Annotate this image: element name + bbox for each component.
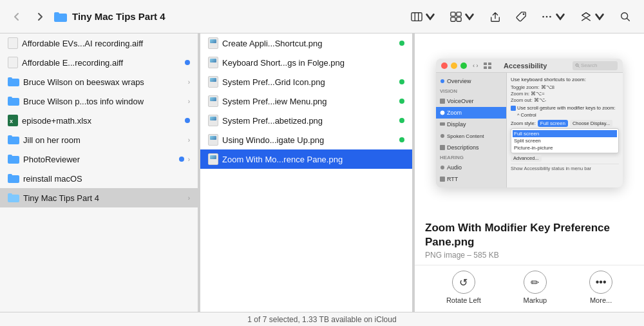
svg-rect-30 (488, 62, 491, 65)
file-name-6: PhotoReviewer (23, 155, 175, 164)
pw-sidebar-rtt: RTT (436, 173, 506, 185)
toolbar (406, 8, 636, 26)
sidebar-item-8[interactable]: Tiny Mac Tips Part 4› (0, 188, 198, 207)
file-name-5: Jill on her room (23, 135, 184, 145)
svg-point-9 (523, 13, 525, 15)
svg-rect-36 (440, 99, 445, 104)
file-list-item-0[interactable]: Create Appli...Shortcut.png (200, 34, 412, 53)
file-img-icon-2 (208, 76, 218, 88)
search-button[interactable] (614, 8, 636, 26)
sidebar-item-3[interactable]: Bruce Wilson p...tos info window› (0, 91, 198, 111)
action-icon-1: ✏ (524, 271, 547, 294)
pw-sidebar: Overview Vision VoiceOver Zoom (436, 73, 507, 187)
file-list-item-2[interactable]: System Pref...Grid Icon.png (200, 72, 412, 91)
preview-info: Zoom With Modifier Key Preference Pane.p… (415, 213, 644, 265)
sidebar-item-4[interactable]: x episode+math.xlsx (0, 111, 198, 130)
pw-zoom-style-label: Zoom style: (511, 120, 536, 126)
pw-zoom-style-row: Zoom style: Full screen Choose Display..… (511, 120, 619, 127)
dot-green-5 (399, 137, 404, 142)
file-list-item-5[interactable]: Using Windo...igate Up.png (200, 130, 412, 149)
dot-green-0 (399, 41, 404, 46)
svg-point-41 (440, 166, 444, 169)
action-icon-0: ↺ (452, 271, 475, 294)
pw-search-box: Search (573, 61, 618, 70)
file-name-4: episode+math.xlsx (22, 116, 181, 126)
pw-body: Overview Vision VoiceOver Zoom (436, 73, 623, 187)
action-label-1: Markup (524, 296, 547, 304)
grid-view-button[interactable] (445, 8, 480, 26)
pw-section-vision: Vision (436, 87, 506, 95)
dropbox-button[interactable] (575, 8, 611, 26)
pw-checkbox-row: Use scroll gesture with modifier keys to… (511, 105, 619, 111)
audio-icon (8, 37, 18, 49)
action-icon-2: ••• (589, 271, 612, 294)
pw-choose-display: Choose Display... (570, 120, 612, 127)
pw-checkbox-label: Use scroll gesture with modifier keys to… (517, 105, 616, 111)
sidebar-item-6[interactable]: PhotoReviewer› (0, 149, 198, 169)
preview-action-1[interactable]: ✏ Markup (524, 271, 547, 304)
panel-toggle-button[interactable] (406, 8, 441, 26)
chevron-2: › (188, 79, 190, 86)
back-button[interactable] (8, 8, 26, 26)
chevron-6: › (188, 156, 190, 163)
preview-window: ‹ › Accessibility Search (436, 59, 623, 187)
main-content: Affordable EVs...AI recording.aiffAfford… (0, 34, 644, 312)
preview-column: ‹ › Accessibility Search (415, 34, 644, 312)
svg-point-39 (440, 134, 444, 138)
svg-rect-7 (451, 17, 455, 21)
svg-rect-40 (440, 145, 445, 150)
file-img-icon-3 (208, 95, 218, 107)
pw-main-content: Use keyboard shortcuts to zoom: Toggle z… (507, 73, 623, 187)
file-name2-4: System Pref...abetized.png (222, 116, 395, 126)
svg-rect-8 (457, 17, 461, 21)
tag-button[interactable] (510, 8, 532, 26)
pw-zoom-in: Zoom in: ⌘⌥= (511, 91, 619, 97)
pw-menu-box: Full screen Split screen Picture-in-pict… (511, 128, 619, 153)
dot-green-4 (399, 118, 404, 123)
file-name2-0: Create Appli...Shortcut.png (222, 39, 395, 48)
svg-rect-2 (412, 12, 422, 21)
preview-action-0[interactable]: ↺ Rotate Left (446, 271, 481, 304)
file-name-2: Bruce Wilson on beeswax wraps (23, 77, 184, 87)
statusbar: 1 of 7 selected, 1.33 TB available on iC… (0, 312, 644, 326)
svg-point-11 (546, 15, 548, 17)
file-list-item-3[interactable]: System Pref...iew Menu.png (200, 91, 412, 111)
titlebar: Tiny Mac Tips Part 4 (0, 0, 644, 34)
file-name-0: Affordable EVs...AI recording.aiff (22, 39, 190, 48)
file-name-1: Affordable E...recording.aiff (22, 58, 181, 68)
sidebar-item-1[interactable]: Affordable E...recording.aiff (0, 53, 198, 72)
file-name-7: reinstall macOS (23, 174, 190, 184)
file-list-item-4[interactable]: System Pref...abetized.png (200, 111, 412, 130)
minimize-dot (451, 62, 457, 69)
badge-1 (185, 60, 190, 65)
file-name-8: Tiny Mac Tips Part 4 (23, 193, 184, 203)
excel-icon: x (8, 115, 18, 126)
svg-point-12 (549, 15, 551, 17)
file-list-item-6[interactable]: Zoom With Mo...rence Pane.png (200, 149, 412, 169)
sidebar-item-7[interactable]: reinstall macOS (0, 169, 198, 188)
preview-meta: PNG image – 585 KB (425, 251, 634, 260)
folder-icon (54, 11, 67, 23)
share-button[interactable] (484, 8, 506, 26)
file-name2-2: System Pref...Grid Icon.png (222, 77, 395, 87)
pw-titlebar: ‹ › Accessibility Search (436, 59, 623, 73)
svg-rect-32 (488, 66, 491, 69)
pw-sidebar-descriptions: Descriptions (436, 142, 506, 153)
file-img-icon-6 (208, 153, 218, 165)
file-name-3: Bruce Wilson p...tos info window (23, 97, 184, 106)
more-button[interactable] (536, 8, 571, 26)
sidebar-item-0[interactable]: Affordable EVs...AI recording.aiff (0, 34, 198, 53)
file-list-item-1[interactable]: Keyboard Short...gs in Folge.png (200, 53, 412, 72)
pw-zoom-out: Zoom out: ⌘⌥- (511, 97, 619, 103)
svg-rect-6 (457, 12, 461, 15)
pw-sidebar-spoken: Spoken Content (436, 130, 506, 142)
pw-advanced-row: Advanced... (511, 155, 619, 162)
svg-point-33 (576, 64, 578, 66)
sidebar-item-5[interactable]: Jill on her room› (0, 130, 198, 149)
preview-action-2[interactable]: ••• More... (589, 271, 612, 304)
pw-section-hearing: Hearing (436, 153, 506, 162)
forward-button[interactable] (31, 8, 49, 26)
pw-search-placeholder: Search (581, 62, 597, 68)
folder-icon (8, 173, 19, 184)
sidebar-item-2[interactable]: Bruce Wilson on beeswax wraps› (0, 72, 198, 91)
